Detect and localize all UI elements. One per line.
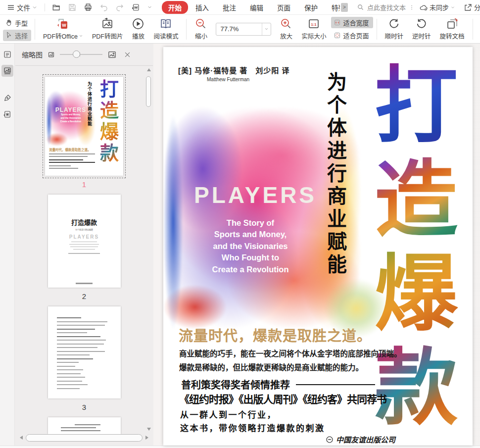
thumbnail-panel-button[interactable]: [1, 65, 13, 77]
chevron-down-icon: [450, 5, 455, 10]
search-options-kebab-icon[interactable]: [409, 4, 415, 11]
play-button[interactable]: 播放: [127, 16, 149, 42]
mini-char-bao: 爆: [100, 121, 119, 143]
thumbnail-page-3[interactable]: [48, 306, 121, 398]
main-menu-button[interactable]: 文件: [4, 1, 40, 14]
tab-protect[interactable]: 保护: [298, 1, 324, 14]
zoom-dropdown-arrow[interactable]: [262, 23, 271, 35]
tab-edit[interactable]: 编辑: [243, 1, 270, 14]
redo-button[interactable]: [113, 1, 127, 13]
more-tools-dropdown[interactable]: [144, 3, 155, 11]
thumbnail-size-large-icon[interactable]: [107, 50, 117, 59]
mini-char-zao: 造: [100, 100, 119, 121]
find-text-placeholder: 点此查找文本: [367, 2, 406, 12]
pointer-mode-group: 手型 选择: [3, 16, 31, 42]
fit-group: 适合宽度 适合页面: [331, 17, 373, 41]
cover-tagline: 流量时代，爆款是取胜之道。: [179, 324, 372, 345]
mini-big-characters: 打 造 爆 款: [96, 79, 122, 164]
mini-text-bar: [49, 168, 78, 169]
vertical-scroll-thumb[interactable]: [146, 76, 151, 107]
closing-line-1: 从一群人到一个行业，: [180, 408, 325, 422]
thumbnail-list: 为个体进行商业赋能 打 造 爆 款 PLAYERS Sports and Mon…: [15, 66, 153, 446]
find-text-box[interactable]: 点此查找文本: [357, 2, 415, 12]
sync-status-button[interactable]: 未同步: [417, 1, 458, 13]
outline-panel-button[interactable]: [1, 49, 13, 60]
chevron-down-icon: [147, 4, 152, 10]
scroll-down-arrow[interactable]: [147, 428, 151, 431]
mini-text-bar: [49, 159, 83, 160]
body-line-1: 商业赋能的巧手，能在一夜之间将个体从金字塔的底部推向顶端。: [179, 347, 402, 361]
actual-size-button[interactable]: 1:1 实际大小: [297, 16, 331, 42]
pdf-to-image-button[interactable]: PDF转图片: [88, 16, 128, 42]
closing-line-2: 这本书，带你领略打造爆款的刺激: [180, 422, 325, 435]
share-button[interactable]: 分享: [461, 1, 480, 13]
rotate-counterclockwise-button[interactable]: 逆时针: [408, 16, 435, 42]
thumbnail-page-1[interactable]: 为个体进行商业赋能 打 造 爆 款 PLAYERS Sports and Mon…: [45, 77, 123, 176]
horizontal-scroll-thumb[interactable]: [26, 434, 143, 442]
select-tool-button[interactable]: 选择: [3, 30, 31, 41]
play-label: 播放: [132, 31, 144, 41]
author-block: [美] 马修·福特曼 著 刘少阳 译 Matthew Futterman: [178, 65, 290, 82]
tab-special[interactable]: 特殊: [325, 1, 340, 14]
zoom-out-label: 缩小: [195, 31, 207, 41]
zoom-level-combobox[interactable]: 77.7%: [216, 23, 271, 36]
close-panel-icon[interactable]: [124, 51, 131, 58]
print-button[interactable]: [81, 1, 95, 13]
read-mode-button[interactable]: 阅读模式: [149, 16, 183, 42]
annotation-panel-button[interactable]: [1, 92, 13, 104]
thumbnail-panel-header: 缩略图: [15, 44, 153, 65]
title-char-zao: 造: [375, 153, 458, 247]
tab-page[interactable]: 页面: [271, 1, 297, 14]
book-icon: [159, 17, 172, 30]
open-file-button[interactable]: [49, 1, 63, 13]
tab-home[interactable]: 开始: [162, 1, 188, 14]
thumbnail-panel: 缩略图 为个体进行商业赋能 打: [15, 44, 153, 446]
thumbnail-vertical-scrollbar[interactable]: [146, 68, 152, 431]
thumbnail-horizontal-scrollbar[interactable]: [20, 433, 148, 443]
thumbnail-page-2[interactable]: 打造爆款 为个体进行商业赋能 PLAYERS: [48, 195, 121, 288]
convert-word-quick-button[interactable]: [129, 1, 143, 13]
mini-text-bar: [69, 244, 99, 245]
tab-insert[interactable]: 插入: [189, 1, 215, 14]
hand-tool-button[interactable]: 手型: [3, 17, 31, 29]
thumbnail-size-small-icon[interactable]: [48, 51, 55, 58]
scroll-up-arrow[interactable]: [147, 68, 151, 71]
mini-text-bar: [57, 373, 81, 374]
rotate-clockwise-button[interactable]: 顺时针: [381, 16, 408, 42]
zoom-out-button[interactable]: 缩小: [190, 16, 212, 42]
svg-text:1:1: 1:1: [311, 22, 317, 27]
thumbnail-size-slider[interactable]: [60, 54, 102, 55]
pdf-to-office-button[interactable]: W PDF转Office: [39, 16, 88, 42]
to-word-panel-button[interactable]: [1, 108, 13, 120]
rotate-cw-icon: [387, 17, 400, 30]
mini-publisher-bar: [76, 283, 93, 284]
mini-text-bar: [61, 427, 96, 428]
undo-button[interactable]: [97, 1, 111, 13]
thumbnail-page-4[interactable]: [48, 417, 121, 434]
wps-pdf-window: 文件 开始 插入 批注 编辑 页面 保护: [0, 0, 480, 448]
pdf-page-1[interactable]: [美] 马修·福特曼 著 刘少阳 译 Matthew Futterman PLA…: [163, 47, 473, 446]
fit-width-label: 适合宽度: [343, 18, 369, 27]
mini-subtitle-line: and the Visionaries: [52, 117, 90, 120]
rotate-document-label: 旋转文档: [440, 31, 465, 41]
previous-page-button[interactable]: 上一页: [477, 16, 480, 42]
rotate-document-button[interactable]: 旋转文档: [435, 16, 469, 42]
thumbnail-page-1-image: 为个体进行商业赋能 打 造 爆 款 PLAYERS Sports and Mon…: [45, 77, 123, 176]
scroll-right-arrow[interactable]: [145, 436, 148, 440]
tab-comment[interactable]: 批注: [216, 1, 242, 14]
fit-width-button[interactable]: 适合宽度: [331, 17, 373, 28]
mini-char-kuan: 款: [100, 143, 119, 164]
save-button[interactable]: [65, 1, 79, 13]
tabs-overflow-button[interactable]: >: [341, 3, 348, 12]
mini-text-bar: [57, 344, 104, 345]
slider-knob[interactable]: [73, 50, 80, 58]
thumbnail-image-icon: [3, 66, 12, 75]
sync-status-label: 未同步: [430, 2, 449, 12]
recommend-row: 普利策奖得奖者倾情推荐: [181, 377, 375, 392]
fit-page-button[interactable]: 适合页面: [331, 30, 373, 41]
undo-icon: [99, 3, 108, 12]
scroll-left-arrow[interactable]: [20, 436, 23, 440]
rotate-cw-label: 顺时针: [385, 31, 404, 41]
zoom-in-button[interactable]: 放大: [275, 16, 297, 42]
rotate-ccw-icon: [415, 17, 428, 30]
